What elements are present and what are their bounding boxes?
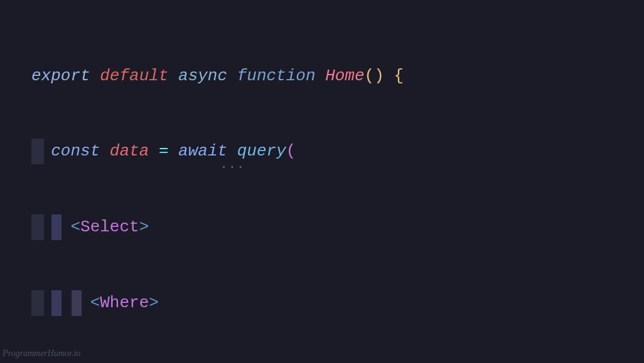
keyword-const: const: [51, 142, 100, 160]
keyword-default: default: [100, 66, 168, 85]
ellipsis-icon: ···: [220, 157, 245, 179]
keyword-async: async: [178, 66, 227, 85]
jsx-tag-where-open: Where: [100, 293, 149, 312]
code-block: export default async function Home() { c…: [31, 13, 644, 363]
variable-data: data: [110, 142, 149, 160]
jsx-tag-select-open: Select: [80, 218, 139, 236]
operator-equals: =: [159, 142, 169, 160]
parens: (): [365, 66, 384, 85]
code-line-3: <Select>: [31, 214, 644, 239]
brace-open: {: [394, 66, 404, 85]
watermark: ProgrammerHumor.io: [3, 347, 80, 360]
code-line-2: const data = await query(···: [31, 139, 644, 164]
code-line-1: export default async function Home() {: [31, 63, 644, 88]
paren-open: (: [286, 142, 296, 160]
code-line-4: <Where>: [31, 290, 644, 315]
keyword-export: export: [31, 66, 90, 85]
keyword-function: function: [237, 66, 316, 85]
function-name: Home: [325, 66, 364, 85]
